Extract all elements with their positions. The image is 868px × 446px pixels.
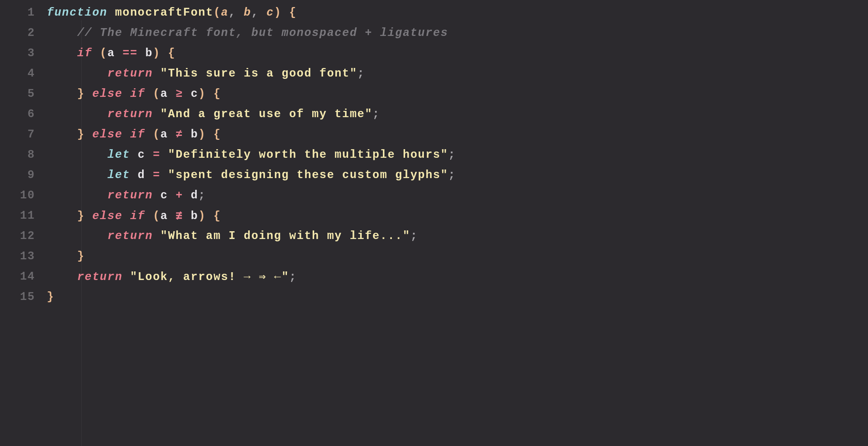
variable-a: a (107, 47, 115, 60)
code-content[interactable]: return "And a great use of my time"; (47, 108, 380, 121)
string-quote: " (160, 108, 168, 121)
line-number: 4 (0, 67, 47, 80)
code-content[interactable]: } (47, 250, 85, 263)
code-line[interactable]: 7 } else if (a ≠ b) { (0, 124, 868, 145)
code-line[interactable]: 15 } (0, 287, 868, 307)
paren-open: ( (100, 47, 107, 60)
code-line[interactable]: 5 } else if (a ≥ c) { (0, 84, 868, 104)
keyword-if: if (130, 128, 145, 141)
code-content[interactable]: return "Look, arrows! → ⇒ ←"; (47, 269, 297, 284)
variable-c: c (191, 87, 198, 100)
code-line[interactable]: 2 // The Minecraft font, but monospaced … (0, 23, 868, 43)
brace-open: { (289, 6, 297, 19)
code-line[interactable]: 13 } (0, 246, 868, 266)
keyword-return: return (107, 67, 153, 80)
brace-close: } (47, 291, 54, 303)
keyword-if: if (130, 87, 145, 100)
keyword-if: if (77, 47, 92, 60)
string-quote: " (160, 67, 168, 80)
code-line[interactable]: 6 return "And a great use of my time"; (0, 104, 868, 124)
brace-open: { (213, 87, 221, 100)
string-literal: Look, arrows! → ⇒ ← (138, 271, 282, 284)
string-literal: spent designing these custom glyphs (176, 169, 441, 182)
operator-assign: = (153, 169, 160, 182)
variable-b: b (145, 47, 153, 60)
variable-a: a (160, 128, 168, 141)
string-quote: " (130, 271, 137, 284)
string-literal: And a great use of my time (168, 108, 365, 121)
brace-open: { (213, 210, 221, 223)
line-number: 2 (0, 27, 47, 39)
line-number: 15 (0, 291, 47, 303)
line-number: 11 (0, 209, 47, 222)
paren-close: ) (198, 210, 206, 223)
semicolon: ; (358, 67, 365, 80)
param-b: b (244, 6, 251, 19)
variable-c: c (138, 148, 145, 161)
keyword-return: return (107, 189, 153, 202)
operator-neq-strict: ≢ (176, 210, 183, 223)
code-content[interactable]: function monocraftFont(a, b, c) { (47, 6, 297, 19)
string-literal: This sure is a good font (168, 67, 350, 80)
code-content[interactable]: return "What am I doing with my life..."… (47, 230, 418, 243)
code-content[interactable]: return c + d; (47, 189, 206, 202)
keyword-function: function (47, 6, 107, 19)
code-line[interactable]: 1 function monocraftFont(a, b, c) { (0, 2, 868, 23)
code-editor[interactable]: 1 function monocraftFont(a, b, c) { 2 //… (0, 0, 868, 307)
code-content[interactable]: } else if (a ≢ b) { (47, 209, 221, 223)
brace-open: { (213, 128, 221, 141)
line-number: 8 (0, 148, 47, 161)
code-line[interactable]: 3 if (a == b) { (0, 43, 868, 63)
code-content[interactable]: } (47, 291, 54, 303)
code-content[interactable]: let c = "Definitely worth the multiple h… (47, 148, 456, 161)
semicolon: ; (448, 148, 455, 161)
string-quote: " (282, 271, 289, 284)
code-content[interactable]: return "This sure is a good font"; (47, 67, 365, 80)
comment: // The Minecraft font, but monospaced + … (77, 27, 448, 39)
line-number: 14 (0, 270, 47, 283)
code-line[interactable]: 14 return "Look, arrows! → ⇒ ←"; (0, 266, 868, 287)
line-number: 3 (0, 47, 47, 60)
code-content[interactable]: // The Minecraft font, but monospaced + … (47, 27, 448, 39)
code-content[interactable]: if (a == b) { (47, 47, 176, 60)
brace-close: } (77, 210, 85, 223)
brace-open: { (168, 47, 176, 60)
code-line[interactable]: 4 return "This sure is a good font"; (0, 63, 868, 84)
paren-close: ) (198, 128, 206, 141)
paren-open: ( (153, 210, 160, 223)
operator-assign: = (153, 148, 160, 161)
code-line[interactable]: 11 } else if (a ≢ b) { (0, 205, 868, 226)
code-line[interactable]: 9 let d = "spent designing these custom … (0, 165, 868, 185)
code-line[interactable]: 10 return c + d; (0, 185, 868, 205)
semicolon: ; (410, 230, 418, 243)
comma: , (229, 6, 236, 19)
string-literal: Definitely worth the multiple hours (176, 148, 441, 161)
operator-eq-eq: == (123, 47, 138, 60)
line-number: 7 (0, 128, 47, 141)
line-number: 5 (0, 87, 47, 100)
variable-c: c (160, 189, 168, 202)
operator-gte: ≥ (176, 87, 183, 100)
string-quote: " (160, 230, 168, 243)
code-line[interactable]: 8 let c = "Definitely worth the multiple… (0, 145, 868, 165)
paren-open: ( (153, 87, 160, 100)
param-a: a (221, 6, 228, 19)
string-quote: " (350, 67, 357, 80)
paren-close: ) (274, 6, 281, 19)
paren-close: ) (153, 47, 160, 60)
keyword-else: else (92, 210, 123, 223)
code-content[interactable]: let d = "spent designing these custom gl… (47, 169, 456, 182)
code-line[interactable]: 12 return "What am I doing with my life.… (0, 226, 868, 246)
operator-plus: + (176, 189, 183, 202)
code-content[interactable]: } else if (a ≥ c) { (47, 87, 221, 100)
line-number: 10 (0, 189, 47, 202)
line-number: 9 (0, 169, 47, 182)
code-content[interactable]: } else if (a ≠ b) { (47, 128, 221, 141)
keyword-else: else (92, 87, 123, 100)
semicolon: ; (372, 108, 380, 121)
function-name: monocraftFont (115, 6, 213, 19)
string-quote: " (441, 169, 448, 182)
variable-a: a (160, 87, 168, 100)
brace-close: } (77, 250, 85, 263)
line-number: 13 (0, 250, 47, 263)
